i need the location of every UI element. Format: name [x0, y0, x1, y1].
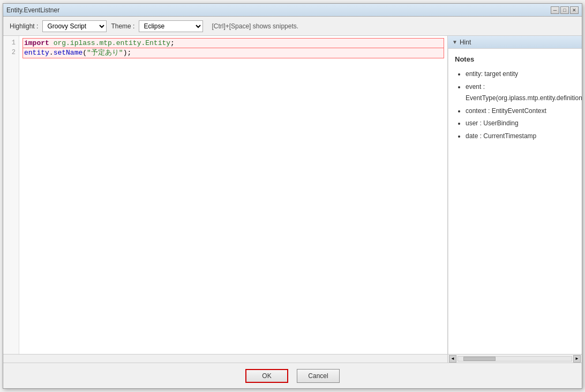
hint-note-item: date : CurrentTimestamp [466, 131, 575, 142]
theme-label: Theme : [111, 22, 134, 30]
window-title: Entity.EventListner [6, 6, 59, 14]
line-number-2: 2 [3, 48, 19, 57]
code-content[interactable]: import org.iplass.mtp.entity.Entity; ent… [19, 36, 447, 354]
highlight-select[interactable]: Groovy Script JavaScript Python SQL [42, 20, 107, 32]
code-line-1: import org.iplass.mtp.entity.Entity; [22, 38, 444, 48]
theme-select[interactable]: Eclipse Default Dark [139, 20, 203, 32]
hint-header-label: Hint [460, 39, 471, 46]
close-button[interactable]: ✕ [570, 6, 579, 14]
hint-pane: ▼ Hint Notes entity: target entity event… [448, 36, 582, 363]
hint-note-item: user : UserBinding [466, 118, 575, 130]
hint-notes-title: Notes [455, 55, 575, 63]
title-controls: ─ □ ✕ [551, 6, 579, 14]
maximize-button[interactable]: □ [560, 6, 569, 14]
ok-button[interactable]: OK [245, 369, 288, 383]
bottom-bar: OK Cancel [3, 363, 582, 388]
scroll-left-arrow[interactable]: ◄ [449, 355, 456, 363]
shortcut-hint: [Ctrl]+[Space] shows snippets. [212, 22, 298, 30]
toolbar: Highlight : Groovy Script JavaScript Pyt… [3, 17, 582, 36]
hint-note-item: entity: target entity [466, 69, 575, 80]
hint-scrollbar[interactable]: ◄ ► [448, 354, 582, 363]
hint-note-item: event :EventType(org.iplass.mtp.entity.d… [466, 81, 575, 104]
hint-header: ▼ Hint [448, 36, 582, 49]
highlight-label: Highlight : [10, 22, 38, 30]
hint-content: Notes entity: target entity event :Event… [448, 49, 582, 354]
scroll-track[interactable] [458, 356, 572, 361]
hint-collapse-icon[interactable]: ▼ [452, 39, 458, 45]
line-numbers: 1 2 [3, 36, 19, 354]
hint-note-item: context : EntityEventContext [466, 105, 575, 117]
scroll-right-arrow[interactable]: ► [573, 355, 581, 363]
main-area: 1 2 import org.iplass.mtp.entity.Entity;… [3, 36, 582, 363]
cancel-button[interactable]: Cancel [297, 369, 340, 383]
hint-notes-list: entity: target entity event :EventType(o… [455, 69, 575, 142]
code-line-2: entity.setName("予定あり"); [22, 48, 444, 57]
editor-horizontal-scrollbar[interactable] [3, 354, 447, 363]
main-window: Entity.EventListner ─ □ ✕ Highlight : Gr… [3, 3, 582, 389]
line-number-1: 1 [3, 38, 19, 48]
scroll-thumb[interactable] [463, 357, 496, 361]
editor-pane: 1 2 import org.iplass.mtp.entity.Entity;… [3, 36, 448, 363]
minimize-button[interactable]: ─ [551, 6, 559, 14]
code-editor[interactable]: 1 2 import org.iplass.mtp.entity.Entity;… [3, 36, 447, 354]
title-bar: Entity.EventListner ─ □ ✕ [3, 4, 582, 17]
